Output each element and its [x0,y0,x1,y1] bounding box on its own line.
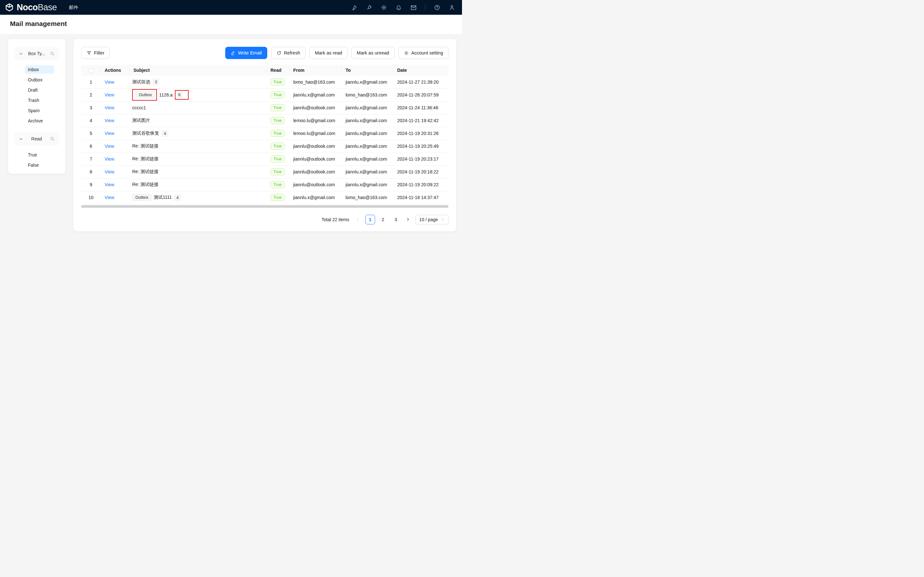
filter-read[interactable]: Read [15,132,59,145]
view-link[interactable]: View [105,131,114,136]
filter-read-label: Read [23,136,50,141]
from-cell: jiannlu@outlook.com [289,101,342,114]
filter-box-type[interactable]: Box Ty... [15,47,59,60]
read-cell: True [267,89,289,101]
view-link[interactable]: View [105,169,114,174]
table-row: 5View测试谷歌恢复4Truelemoo.lu@gmail.comjiannl… [81,127,449,140]
logo-bold-text: Noco [17,3,38,12]
plug-icon[interactable] [366,5,372,11]
actions-cell: View [101,178,129,191]
date-cell: 2024-11-19 20:09:22 [393,178,449,191]
subject-text: 1126.a [159,92,173,97]
filter-button[interactable]: Filter [81,47,110,59]
date-cell: 2024-11-19 20:23:17 [393,153,449,165]
date-cell: 2024-11-21 19:42:42 [393,114,449,127]
sidebar-item-inbox[interactable]: Inbox [25,65,54,74]
view-link[interactable]: View [105,79,114,85]
settings-icon[interactable] [381,5,387,11]
horizontal-scrollbar[interactable] [81,205,449,208]
row-index: 7 [81,153,101,165]
row-index: 3 [81,101,101,114]
from-cell: jiannlu@outlook.com [289,153,342,165]
table-row: 8ViewRe: 测试链接Truejiannlu@outlook.comjian… [81,165,449,178]
pagination-page-1[interactable]: 1 [365,215,375,224]
attachment-count-badge: 4 [174,194,181,201]
table-header-row: Actions Subject Read From To Date [81,65,449,76]
read-status-badge: True [270,91,284,98]
mark-as-read-button[interactable]: Mark as read [309,47,347,59]
notifications-icon[interactable] [396,5,402,11]
table-row: 3Viewccccc1Truejiannlu@outlook.comjiannl… [81,101,449,114]
user-icon[interactable] [449,5,455,11]
view-link[interactable]: View [105,156,114,161]
pagination-page-3[interactable]: 3 [391,215,401,224]
actions-cell: View [101,101,129,114]
date-cell: 2024-11-27 21:39:20 [393,76,449,89]
subject-content: Re: 测试链接 [132,156,158,162]
search-icon[interactable] [50,137,55,141]
highlighter-icon[interactable] [351,5,357,11]
sidebar-item-spam[interactable]: Spam [25,106,54,115]
from-cell: lemoo.lu@gmail.com [289,127,342,140]
nav-right-icons [351,5,455,11]
actions-cell: View [101,127,129,140]
view-link[interactable]: View [105,92,114,97]
nocobase-logo[interactable]: Noco Base [5,3,57,12]
subject-text: 测试图片 [132,118,150,123]
sidebar-item-true[interactable]: True [25,151,54,159]
attachment-count-badge: 6 [176,91,183,98]
pagination-next-button[interactable] [404,215,412,224]
from-cell: jiannlu.x@gmail.com [289,89,342,101]
from-cell: lemoo.lu@gmail.com [289,114,342,127]
select-all-checkbox[interactable] [89,68,94,73]
row-index: 8 [81,165,101,178]
pagination-prev-button[interactable] [354,215,362,224]
mail-icon[interactable] [410,5,417,11]
sidebar-item-false[interactable]: False [25,161,54,169]
sidebar-item-draft[interactable]: Draft [25,86,54,94]
search-icon[interactable] [50,51,55,56]
row-index: 6 [81,140,101,153]
view-link[interactable]: View [105,143,114,149]
funnel-icon [87,51,91,55]
to-cell: jiannlu.x@gmail.com [342,101,393,114]
refresh-icon [276,51,281,55]
filter-button-label: Filter [94,50,104,55]
subject-content: ccccc1 [132,105,146,110]
subject-text: 测试筛选 [132,79,150,85]
pagination-page-2[interactable]: 2 [378,215,388,224]
row-index: 10 [81,191,101,204]
write-email-button[interactable]: Write Email [225,47,267,59]
logo-wordmark: Noco Base [17,3,57,12]
date-cell: 2024-11-19 20:31:26 [393,127,449,140]
help-icon[interactable] [434,5,440,11]
mark-as-unread-label: Mark as unread [357,50,389,55]
read-cell: True [267,153,289,165]
column-header-read: Read [267,65,289,76]
sidebar-item-outbox[interactable]: Outbox [25,76,54,84]
mark-as-read-label: Mark as read [315,50,342,55]
view-link[interactable]: View [105,182,114,187]
actions-cell: View [101,191,129,204]
page-size-select[interactable]: 10 / page [415,215,449,224]
view-link[interactable]: View [105,195,114,200]
subject-content: 测试谷歌恢复4 [132,130,168,137]
sidebar-item-archive[interactable]: Archive [25,117,54,125]
nav-tab-mail[interactable]: 邮件 [69,5,78,11]
filter-box-type-label: Box Ty... [23,51,50,56]
read-status-badge: True [270,194,284,201]
view-link[interactable]: View [105,118,114,123]
date-cell: 2024-11-26 20:07:59 [393,89,449,101]
refresh-button[interactable]: Refresh [271,47,306,59]
view-link[interactable]: View [105,105,114,110]
read-status-badge: True [270,117,284,124]
subject-cell: Re: 测试链接 [129,165,267,178]
account-setting-button[interactable]: Account setting [399,47,449,59]
mark-as-unread-button[interactable]: Mark as unread [351,47,395,59]
column-header-from: From [289,65,342,76]
read-menu: TrueFalse [25,151,59,169]
subject-cell: 测试筛选3 [129,76,267,89]
sidebar-item-trash[interactable]: Trash [25,96,54,105]
table-row: 4View测试图片Truelemoo.lu@gmail.comjiannlu.x… [81,114,449,127]
table-row: 9ViewRe: 测试链接Truejiannlu@outlook.comjian… [81,178,449,191]
